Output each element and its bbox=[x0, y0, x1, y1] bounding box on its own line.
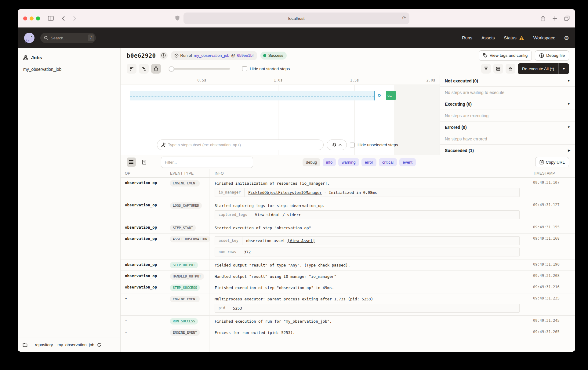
step-section-errored[interactable]: Errored (0)▼ bbox=[440, 122, 575, 133]
step-subset-input[interactable] bbox=[168, 143, 320, 147]
level-chip-event[interactable]: event bbox=[399, 158, 416, 166]
search-input[interactable] bbox=[51, 36, 85, 40]
log-timestamp[interactable]: 09:49:31.168 bbox=[529, 234, 575, 259]
log-row[interactable]: -ENGINE_EVENTProcess for run exited (pid… bbox=[121, 327, 575, 338]
url-bar[interactable]: localhost ⟳ bbox=[183, 13, 409, 24]
tab-overview-icon[interactable] bbox=[564, 16, 570, 21]
nav-item-label: Status bbox=[504, 35, 517, 40]
log-row[interactable]: observation_opHANDLED_OUTPUTHandled outp… bbox=[121, 271, 575, 282]
collapse-down-icon[interactable] bbox=[481, 64, 491, 74]
log-timestamp[interactable]: 09:49:31.208 bbox=[529, 271, 575, 282]
nav-item-status[interactable]: Status bbox=[504, 35, 524, 40]
commit-link[interactable]: 659ee1bf bbox=[237, 53, 253, 58]
level-chip-info[interactable]: info bbox=[323, 158, 336, 166]
step-section-succeeded[interactable]: Succeeded (1)▶ bbox=[440, 145, 575, 156]
gantt-toolbar: Hide not started steps Re-execute All (*… bbox=[121, 63, 575, 75]
log-timestamp[interactable]: 09:49:31.155 bbox=[529, 222, 575, 233]
step-subset-filter[interactable] bbox=[157, 140, 324, 150]
run-info-icon[interactable] bbox=[160, 52, 168, 60]
step-section-title: Errored (0) bbox=[445, 125, 467, 130]
level-chip-critical[interactable]: critical bbox=[379, 158, 397, 166]
step-box-observation-op[interactable]: o… bbox=[386, 91, 396, 100]
close-window-button[interactable] bbox=[23, 16, 27, 20]
level-chip-error[interactable]: error bbox=[361, 158, 376, 166]
nav-item-assets[interactable]: Assets bbox=[481, 35, 495, 40]
run-id: b0e62920 bbox=[127, 52, 156, 59]
reload-repository-icon[interactable] bbox=[97, 343, 101, 347]
log-timestamp[interactable]: 09:49:31.265 bbox=[529, 327, 575, 338]
log-row[interactable]: -ENGINE_EVENTMultiprocess executor: pare… bbox=[121, 293, 575, 316]
reexecute-options-caret[interactable]: ▼ bbox=[559, 63, 569, 74]
event-type-badge: STEP_SUCCESS bbox=[170, 285, 200, 291]
timing-view-icon[interactable] bbox=[151, 64, 161, 74]
maximize-window-button[interactable] bbox=[36, 16, 40, 20]
log-row[interactable]: observation_opSTEP_SUCCESSFinished execu… bbox=[121, 282, 575, 293]
log-timestamp[interactable]: 09:49:31.107 bbox=[529, 178, 575, 200]
rows-icon[interactable] bbox=[493, 64, 503, 74]
run-of-tag[interactable]: Run of my_observation_job @ 659ee1bf bbox=[171, 51, 257, 60]
log-list-view-icon[interactable] bbox=[127, 158, 136, 167]
jobs-icon bbox=[23, 55, 28, 60]
hide-unselected-control[interactable]: Hide unselected steps bbox=[350, 143, 398, 147]
log-timestamp[interactable]: 09:49:31.190 bbox=[529, 259, 575, 270]
log-row[interactable]: observation_opSTEP_OUTPUTYielded output … bbox=[121, 259, 575, 271]
metadata-link[interactable]: PickledObjectFilesystemIOManager bbox=[248, 190, 322, 195]
view-tags-config-button[interactable]: View tags and config bbox=[479, 50, 532, 61]
step-marker[interactable] bbox=[378, 94, 381, 97]
log-row[interactable]: observation_opLOGS_CAPTUREDStarted captu… bbox=[121, 200, 575, 222]
log-timestamp[interactable]: 09:49:31.235 bbox=[529, 293, 575, 315]
log-row[interactable]: -RUN_SUCCESSFinished execution of run fo… bbox=[121, 316, 575, 327]
log-timestamp[interactable]: 09:49:31.216 bbox=[529, 282, 575, 293]
settings-gear-icon[interactable]: ⚙ bbox=[564, 35, 569, 41]
apply-step-filter-button[interactable] bbox=[327, 140, 347, 150]
log-info-cell: Yielded output "result" of type "Any". (… bbox=[209, 259, 529, 270]
step-section-executing[interactable]: Executing (0)▼ bbox=[440, 98, 575, 110]
copy-url-button[interactable]: Copy URL bbox=[535, 157, 569, 167]
log-row[interactable]: observation_opSTEP_STARTStarted executio… bbox=[121, 222, 575, 234]
log-op: observation_op bbox=[125, 274, 157, 278]
sidebar-toggle-icon[interactable] bbox=[48, 16, 54, 21]
axis-tick: 0.5s bbox=[198, 78, 206, 82]
axis-tick: 1.0s bbox=[274, 78, 283, 82]
forward-icon[interactable] bbox=[73, 16, 76, 21]
log-info-cell: asset_keyobservation_asset [View Asset]n… bbox=[209, 234, 529, 259]
hide-not-started-control[interactable]: Hide not started steps bbox=[242, 66, 290, 71]
share-icon[interactable] bbox=[540, 16, 546, 21]
log-row[interactable]: observation_opASSET_OBSERVATIONasset_key… bbox=[121, 234, 575, 259]
minimize-window-button[interactable] bbox=[30, 16, 34, 20]
metadata-link[interactable]: [View Asset] bbox=[288, 238, 315, 243]
hide-unselected-checkbox[interactable] bbox=[350, 143, 355, 147]
repository-footer[interactable]: __repository__my_observation_job bbox=[18, 338, 120, 352]
debug-file-button[interactable]: Debug file bbox=[535, 50, 569, 61]
reexecute-all-button[interactable]: Re-execute All (*) bbox=[518, 63, 558, 74]
zoom-slider-knob[interactable] bbox=[169, 66, 174, 71]
log-structured-view-icon[interactable] bbox=[140, 158, 149, 167]
log-filter-input[interactable] bbox=[165, 160, 249, 165]
log-filter[interactable] bbox=[161, 157, 253, 168]
sidebar-item-my-observation-job[interactable]: my_observation_job bbox=[18, 64, 120, 74]
privacy-shield-icon[interactable] bbox=[175, 15, 180, 21]
back-icon[interactable] bbox=[62, 16, 65, 21]
collapse-up-icon[interactable] bbox=[506, 64, 515, 74]
new-tab-icon[interactable] bbox=[552, 16, 557, 21]
level-chip-warning[interactable]: warning bbox=[338, 158, 359, 166]
waterfall-view-icon[interactable] bbox=[139, 64, 149, 74]
log-timestamp[interactable]: 09:49:31.127 bbox=[529, 200, 575, 222]
nav-item-runs[interactable]: Runs bbox=[462, 35, 472, 40]
event-type-badge: RUN_SUCCESS bbox=[170, 318, 198, 325]
flat-view-icon[interactable] bbox=[127, 64, 136, 74]
reload-icon[interactable]: ⟳ bbox=[402, 15, 406, 21]
run-duration-bar[interactable] bbox=[130, 91, 375, 100]
zoom-slider[interactable] bbox=[169, 66, 230, 71]
hide-not-started-checkbox[interactable] bbox=[242, 66, 247, 71]
nav-item-workspace[interactable]: Workspace bbox=[533, 35, 555, 40]
reexecute-split-button: Re-execute All (*) ▼ bbox=[518, 63, 569, 74]
job-link[interactable]: my_observation_job bbox=[194, 53, 229, 58]
log-timestamp[interactable]: 09:49:31.245 bbox=[529, 316, 575, 327]
dagster-logo[interactable] bbox=[24, 32, 35, 43]
level-chip-debug[interactable]: debug bbox=[303, 158, 320, 166]
step-section-not[interactable]: Not executed (0)▼ bbox=[440, 75, 575, 87]
log-row[interactable]: observation_opENGINE_EVENTFinished initi… bbox=[121, 178, 575, 200]
log-info-cell: Finished initialization of resources [io… bbox=[209, 178, 529, 200]
global-search[interactable]: / bbox=[40, 33, 96, 43]
